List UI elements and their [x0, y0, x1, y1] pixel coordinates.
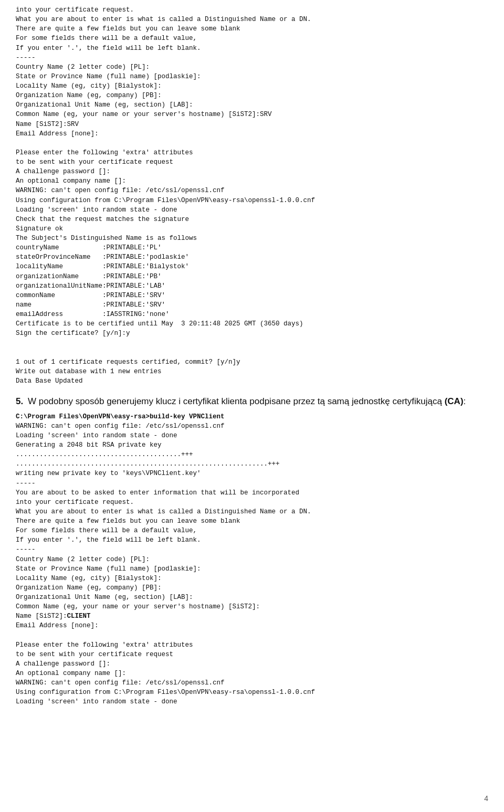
bottom-terminal: WARNING: can't open config file: /etc/ss… — [16, 421, 488, 707]
command-prefix: C:\Program Files\OpenVPN\easy-rsa> — [16, 413, 150, 420]
section-heading: 5. W podobny sposób generujemy klucz i c… — [16, 395, 488, 408]
top-terminal: into your certificate request. What you … — [16, 5, 488, 386]
command-line: C:\Program Files\OpenVPN\easy-rsa>build-… — [16, 413, 488, 420]
section-heading-text: W podobny sposób generujemy klucz i cert… — [28, 396, 466, 406]
section-number: 5. — [16, 396, 23, 406]
page-number: 4 — [484, 794, 488, 803]
page-container: into your certificate request. What you … — [16, 5, 488, 707]
command-name: build-key VPNClient — [150, 413, 225, 420]
